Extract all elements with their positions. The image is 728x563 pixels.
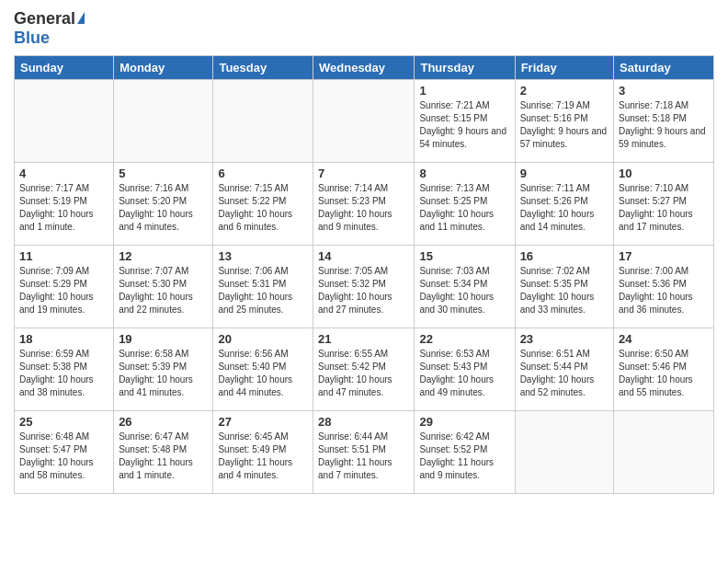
calendar-cell: 23Sunrise: 6:51 AM Sunset: 5:44 PM Dayli… [515,328,613,411]
day-info: Sunrise: 6:53 AM Sunset: 5:43 PM Dayligh… [419,348,509,399]
day-info: Sunrise: 7:11 AM Sunset: 5:26 PM Dayligh… [520,182,609,234]
calendar-cell: 15Sunrise: 7:03 AM Sunset: 5:34 PM Dayli… [415,246,515,328]
day-number: 5 [119,167,208,180]
calendar-cell [213,80,313,163]
day-of-week-header: Friday [515,56,613,80]
day-info: Sunrise: 6:48 AM Sunset: 5:47 PM Dayligh… [19,431,108,482]
day-info: Sunrise: 7:09 AM Sunset: 5:29 PM Dayligh… [19,265,108,316]
day-info: Sunrise: 7:19 AM Sunset: 5:16 PM Dayligh… [520,99,609,151]
calendar-cell: 2Sunrise: 7:19 AM Sunset: 5:16 PM Daylig… [515,80,613,163]
day-number: 9 [520,167,609,180]
calendar-week-row: 25Sunrise: 6:48 AM Sunset: 5:47 PM Dayli… [15,411,714,494]
calendar-cell: 28Sunrise: 6:44 AM Sunset: 5:51 PM Dayli… [313,411,415,494]
day-info: Sunrise: 6:50 AM Sunset: 5:46 PM Dayligh… [619,348,709,399]
calendar-cell: 9Sunrise: 7:11 AM Sunset: 5:26 PM Daylig… [515,163,613,246]
calendar-cell: 20Sunrise: 6:56 AM Sunset: 5:40 PM Dayli… [213,328,313,411]
day-of-week-header: Thursday [415,56,515,80]
day-of-week-header: Saturday [614,56,714,80]
calendar-cell: 1Sunrise: 7:21 AM Sunset: 5:15 PM Daylig… [415,80,515,163]
calendar-cell: 26Sunrise: 6:47 AM Sunset: 5:48 PM Dayli… [114,411,213,494]
calendar-cell [614,411,714,494]
calendar-cell: 5Sunrise: 7:16 AM Sunset: 5:20 PM Daylig… [114,163,213,246]
calendar-week-row: 1Sunrise: 7:21 AM Sunset: 5:15 PM Daylig… [15,80,714,163]
calendar-cell: 24Sunrise: 6:50 AM Sunset: 5:46 PM Dayli… [614,328,714,411]
day-info: Sunrise: 7:02 AM Sunset: 5:35 PM Dayligh… [520,265,609,316]
calendar-cell: 29Sunrise: 6:42 AM Sunset: 5:52 PM Dayli… [415,411,515,494]
day-info: Sunrise: 7:17 AM Sunset: 5:19 PM Dayligh… [19,182,108,234]
day-info: Sunrise: 7:21 AM Sunset: 5:15 PM Dayligh… [419,99,509,151]
day-number: 1 [419,84,509,98]
day-number: 25 [19,415,108,429]
day-number: 22 [419,332,509,346]
day-number: 18 [19,332,108,346]
calendar-cell: 21Sunrise: 6:55 AM Sunset: 5:42 PM Dayli… [313,328,415,411]
day-number: 8 [419,167,509,180]
day-info: Sunrise: 7:03 AM Sunset: 5:34 PM Dayligh… [419,265,509,316]
calendar-cell: 25Sunrise: 6:48 AM Sunset: 5:47 PM Dayli… [15,411,114,494]
day-number: 29 [419,415,509,429]
calendar-cell: 8Sunrise: 7:13 AM Sunset: 5:25 PM Daylig… [415,163,515,246]
day-number: 12 [119,249,208,263]
day-of-week-header: Wednesday [313,56,415,80]
day-info: Sunrise: 7:13 AM Sunset: 5:25 PM Dayligh… [419,182,509,234]
day-number: 11 [19,249,108,263]
day-info: Sunrise: 6:45 AM Sunset: 5:49 PM Dayligh… [218,431,308,482]
day-info: Sunrise: 6:51 AM Sunset: 5:44 PM Dayligh… [520,348,609,399]
day-number: 24 [619,332,709,346]
day-number: 21 [318,332,409,346]
day-number: 17 [619,249,709,263]
calendar-cell [114,80,213,163]
calendar-cell: 12Sunrise: 7:07 AM Sunset: 5:30 PM Dayli… [114,246,213,328]
logo-text: General [14,9,85,29]
calendar-cell: 11Sunrise: 7:09 AM Sunset: 5:29 PM Dayli… [15,246,114,328]
calendar-table: SundayMondayTuesdayWednesdayThursdayFrid… [14,55,714,494]
day-info: Sunrise: 7:00 AM Sunset: 5:36 PM Dayligh… [619,265,709,316]
calendar-cell: 3Sunrise: 7:18 AM Sunset: 5:18 PM Daylig… [614,80,714,163]
calendar-cell: 22Sunrise: 6:53 AM Sunset: 5:43 PM Dayli… [415,328,515,411]
day-number: 20 [218,332,308,346]
day-info: Sunrise: 7:06 AM Sunset: 5:31 PM Dayligh… [218,265,308,316]
calendar-cell: 10Sunrise: 7:10 AM Sunset: 5:27 PM Dayli… [614,163,714,246]
page-header: General Blue [14,9,714,48]
day-number: 27 [218,415,308,429]
day-number: 15 [419,249,509,263]
day-number: 3 [619,84,709,98]
day-number: 26 [119,415,208,429]
day-info: Sunrise: 6:58 AM Sunset: 5:39 PM Dayligh… [119,348,208,399]
calendar-cell [313,80,415,163]
calendar-week-row: 11Sunrise: 7:09 AM Sunset: 5:29 PM Dayli… [15,246,714,328]
calendar-cell: 7Sunrise: 7:14 AM Sunset: 5:23 PM Daylig… [313,163,415,246]
day-info: Sunrise: 7:18 AM Sunset: 5:18 PM Dayligh… [619,99,709,151]
day-number: 28 [318,415,409,429]
day-of-week-header: Tuesday [213,56,313,80]
day-info: Sunrise: 7:15 AM Sunset: 5:22 PM Dayligh… [218,182,308,234]
calendar-cell: 4Sunrise: 7:17 AM Sunset: 5:19 PM Daylig… [15,163,114,246]
day-of-week-header: Sunday [15,56,114,80]
calendar-week-row: 4Sunrise: 7:17 AM Sunset: 5:19 PM Daylig… [15,163,714,246]
day-info: Sunrise: 7:07 AM Sunset: 5:30 PM Dayligh… [119,265,208,316]
day-number: 23 [520,332,609,346]
logo-blue-text: Blue [14,29,50,48]
day-number: 16 [520,249,609,263]
day-info: Sunrise: 7:14 AM Sunset: 5:23 PM Dayligh… [318,182,409,234]
calendar-cell: 18Sunrise: 6:59 AM Sunset: 5:38 PM Dayli… [15,328,114,411]
day-info: Sunrise: 6:55 AM Sunset: 5:42 PM Dayligh… [318,348,409,399]
calendar-cell: 13Sunrise: 7:06 AM Sunset: 5:31 PM Dayli… [213,246,313,328]
day-number: 10 [619,167,709,180]
day-number: 13 [218,249,308,263]
logo: General Blue [14,9,85,48]
day-of-week-header: Monday [114,56,213,80]
day-number: 2 [520,84,609,98]
day-number: 19 [119,332,208,346]
calendar-cell: 19Sunrise: 6:58 AM Sunset: 5:39 PM Dayli… [114,328,213,411]
day-info: Sunrise: 6:42 AM Sunset: 5:52 PM Dayligh… [419,431,509,482]
calendar-cell: 14Sunrise: 7:05 AM Sunset: 5:32 PM Dayli… [313,246,415,328]
day-info: Sunrise: 7:05 AM Sunset: 5:32 PM Dayligh… [318,265,409,316]
day-info: Sunrise: 6:56 AM Sunset: 5:40 PM Dayligh… [218,348,308,399]
calendar-cell: 17Sunrise: 7:00 AM Sunset: 5:36 PM Dayli… [614,246,714,328]
calendar-week-row: 18Sunrise: 6:59 AM Sunset: 5:38 PM Dayli… [15,328,714,411]
day-number: 7 [318,167,409,180]
calendar-cell: 16Sunrise: 7:02 AM Sunset: 5:35 PM Dayli… [515,246,613,328]
calendar-cell: 6Sunrise: 7:15 AM Sunset: 5:22 PM Daylig… [213,163,313,246]
calendar-cell: 27Sunrise: 6:45 AM Sunset: 5:49 PM Dayli… [213,411,313,494]
